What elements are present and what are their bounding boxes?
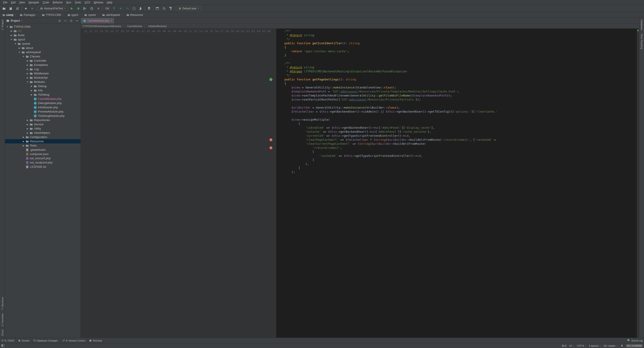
toolstrip-favorites[interactable]: 2: Favorites — [1, 311, 4, 328]
tree-item[interactable]: CCacheModule.php — [5, 97, 80, 101]
git-update-icon[interactable] — [111, 6, 117, 11]
tree-item[interactable]: ▼TYPO3.CMS — [5, 25, 80, 29]
fold-gutter[interactable]: ↑RR — [273, 29, 276, 338]
tree-item[interactable]: ext_localconf.php — [5, 160, 80, 165]
toolwindow-terminal[interactable]: ▣Terminal — [89, 339, 102, 342]
tree-item[interactable]: ▶Utility — [5, 126, 80, 131]
project-tree[interactable]: ▼TYPO3.CMS▶bin▶Build▼typo3▼sysext▶about▼… — [5, 24, 80, 338]
crumb-typo3[interactable]: typo3〉 — [66, 13, 83, 17]
debug-icon[interactable] — [76, 6, 81, 11]
stop-icon[interactable] — [96, 6, 101, 11]
tree-item[interactable]: ▶bin — [5, 29, 80, 33]
crumb-adminpanel[interactable]: adminpanel〉 — [101, 13, 125, 17]
forward-icon[interactable] — [30, 6, 35, 11]
tree-item[interactable]: ▶about — [5, 46, 80, 50]
crumb-sysext[interactable]: sysext〉 — [83, 13, 101, 17]
run-config-combo[interactable]: AbstractFileTest ▼ — [38, 6, 68, 11]
crumb-typo3.cms[interactable]: TYPO3.CMS〉 — [41, 13, 66, 17]
tree-item[interactable]: ▶ModuleApi — [5, 76, 80, 80]
crumb-resources[interactable]: Resources — [126, 14, 144, 17]
menu-tools[interactable]: Tools — [73, 0, 83, 5]
code-editor[interactable]: /** * @return string */ public function … — [276, 29, 639, 338]
tree-item[interactable]: ▼Modules — [5, 80, 80, 84]
editor-crumb-segment[interactable]: \TYPO3\CMS\Adminpanel\Modules — [82, 25, 121, 28]
git-revert-icon[interactable] — [138, 6, 144, 11]
tree-item[interactable]: ▼sysext — [5, 42, 80, 46]
back-icon[interactable] — [23, 6, 28, 11]
memory-indicator[interactable]: 421 of 8080M — [626, 344, 643, 347]
line-separator[interactable]: LF ⇳ — [569, 344, 574, 347]
toolwindow-todo[interactable]: ☑6: TODO — [1, 339, 14, 342]
git-history-icon[interactable] — [132, 6, 137, 11]
ide-window-icon[interactable] — [155, 6, 160, 11]
tree-item[interactable]: CInfoModule.php — [5, 105, 80, 109]
tree-item[interactable]: composer.json — [5, 152, 80, 156]
crumb-packages[interactable]: Packages〉 — [19, 13, 41, 17]
menu-file[interactable]: File — [1, 0, 9, 5]
tree-item[interactable]: ▶ViewHelpers — [5, 131, 80, 135]
tool-windows-button[interactable] — [1, 344, 4, 347]
menu-window[interactable]: Window — [92, 0, 105, 5]
tree-item[interactable]: CTsDebugModule.php — [5, 114, 80, 118]
toolwindow-docker[interactable]: ◐Docker — [18, 339, 30, 342]
collapse-icon[interactable] — [63, 19, 68, 23]
error-stripe[interactable] — [637, 29, 639, 338]
tree-item[interactable]: ext_emconf.php — [5, 156, 80, 160]
menu-view[interactable]: View — [18, 0, 27, 5]
menu-edit[interactable]: Edit — [9, 0, 18, 5]
menu-code[interactable]: Code — [41, 0, 51, 5]
tree-item[interactable]: ▶Middleware — [5, 71, 80, 76]
tree-item[interactable]: ▶Controller — [5, 59, 80, 63]
tree-item[interactable]: ▼typo3 — [5, 37, 80, 42]
crumb-comp[interactable]: comp〉 — [1, 13, 19, 17]
toolstrip-grunt[interactable]: Grunt — [1, 328, 4, 338]
encoding[interactable]: UTF-8 ⇳ — [577, 344, 586, 347]
git-compare-icon[interactable] — [125, 6, 130, 11]
toolwindow-dbchanges[interactable]: ⛁Database Changes — [34, 339, 58, 342]
tree-item[interactable]: ▶Tests — [5, 143, 80, 148]
save-icon[interactable] — [8, 6, 14, 11]
open-icon[interactable] — [1, 6, 7, 11]
tree-item[interactable]: ▶Debug — [5, 84, 80, 88]
tree-item[interactable]: CPreviewModule.php — [5, 109, 80, 114]
menu-help[interactable]: Help — [105, 0, 114, 5]
tree-item[interactable]: ▶Repositories — [5, 118, 80, 122]
menu-navigate[interactable]: Navigate — [27, 0, 41, 5]
run-icon[interactable] — [69, 6, 74, 11]
coverage-icon[interactable] — [82, 6, 88, 11]
toolstrip-database[interactable]: Database — [640, 18, 644, 32]
settings-icon[interactable] — [146, 6, 152, 11]
toolwindow-eventlog[interactable]: 🔍Event Log — [627, 339, 643, 342]
refresh-icon[interactable] — [15, 6, 20, 11]
tree-item[interactable]: .gitattributes — [5, 148, 80, 152]
toolstrip-project[interactable]: 1: Project — [1, 18, 4, 32]
locate-icon[interactable] — [57, 19, 62, 23]
task-combo[interactable]: Default task ▼ — [176, 6, 201, 11]
hide-icon[interactable] — [75, 19, 79, 23]
toolstrip-structure[interactable]: 7: Structure — [1, 295, 4, 311]
tree-item[interactable]: ▼adminpanel — [5, 50, 80, 54]
gear-icon[interactable] — [69, 19, 74, 23]
tree-item[interactable]: ▶Build — [5, 33, 80, 37]
tree-item[interactable]: ▶TsDebug — [5, 93, 80, 97]
tree-item[interactable]: ▶Info — [5, 88, 80, 93]
project-panel-title[interactable]: Project ▼ — [11, 19, 56, 22]
menu-refactor[interactable]: Refactor — [51, 0, 64, 5]
caret-position[interactable]: 96:6 — [562, 344, 566, 347]
git-commit-icon[interactable] — [118, 6, 124, 11]
lock-icon[interactable] — [620, 344, 623, 347]
menu-run[interactable]: Run — [64, 0, 73, 5]
tree-item[interactable]: ▼Classes — [5, 54, 80, 59]
indent[interactable]: 4 spaces ⇳ — [589, 344, 601, 347]
paragraph-icon[interactable] — [168, 6, 174, 11]
menu-vcs[interactable]: VCS — [83, 0, 92, 5]
tree-item[interactable]: ▶Resources — [5, 139, 80, 143]
file-tab[interactable]: C CacheModule.php × — [81, 18, 114, 24]
toolstrip-timetracking[interactable]: Time Tracking — [640, 32, 644, 51]
tree-item[interactable]: ▶Log — [5, 67, 80, 71]
tree-item[interactable]: ▶Service — [5, 122, 80, 126]
tree-item[interactable]: ▶Exceptions — [5, 63, 80, 67]
editor-crumb-segment[interactable]: initializeModule() — [148, 25, 167, 28]
git-branch[interactable]: Git: master ⇳ — [604, 344, 618, 347]
editor-crumb-segment[interactable]: CacheModule — [127, 25, 142, 28]
